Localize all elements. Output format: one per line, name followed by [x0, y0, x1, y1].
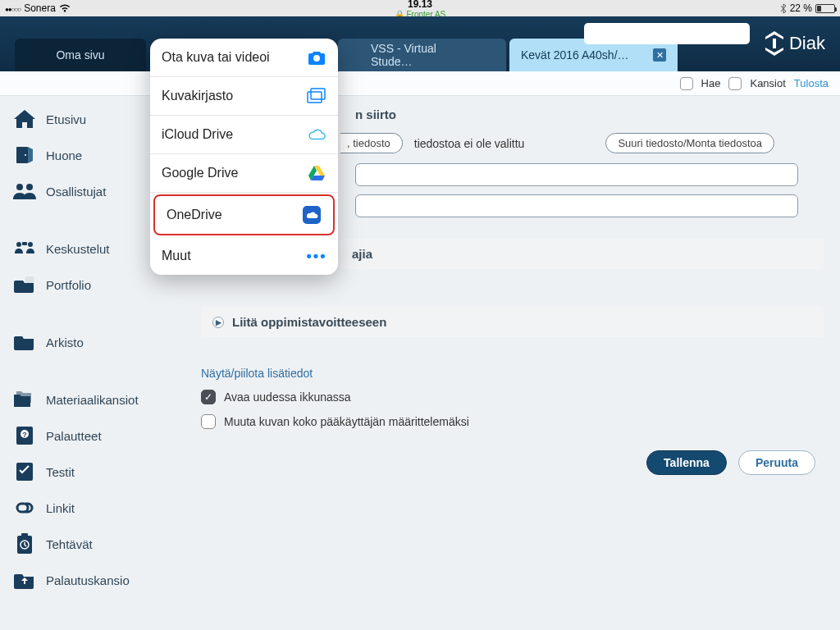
search-label: Hae — [701, 77, 721, 89]
svg-marker-1 — [28, 147, 33, 163]
more-icon: ••• — [307, 247, 326, 265]
sheet-photo-library[interactable]: Kuvakirjasto — [150, 77, 338, 116]
camera-icon — [307, 48, 326, 66]
sheet-more[interactable]: Muut ••• — [150, 237, 338, 275]
svg-point-3 — [16, 184, 23, 190]
top-nav: Oma sivu VSS - Virtual Stude… Kevät 2016… — [0, 16, 840, 71]
tab-own-page[interactable]: Oma sivu — [15, 39, 146, 71]
breadcrumb-bar: entaatio korkeakouluopintoihin Hae Kansi… — [0, 71, 840, 96]
file-source-sheet: Ota kuva tai videoi Kuvakirjasto iCloud … — [150, 39, 338, 275]
sidebar-item-label: Huone — [46, 148, 82, 162]
folders-label: Kansiot — [750, 77, 785, 89]
sidebar-item-return-folder[interactable]: Palautuskansio — [0, 562, 168, 598]
sheet-onedrive[interactable]: OneDrive — [153, 194, 335, 235]
description-input[interactable] — [355, 194, 798, 217]
icloud-icon — [307, 126, 326, 144]
test-icon — [13, 462, 36, 482]
sidebar: Etusivu Huone Osallistujat Keskustelut P… — [0, 96, 168, 630]
portfolio-icon — [13, 275, 36, 294]
clock-label: 19.13 — [395, 0, 446, 10]
sidebar-item-archive[interactable]: Arkisto — [0, 324, 168, 360]
sidebar-item-tasks[interactable]: Tehtävät — [0, 526, 168, 562]
sidebar-item-participants[interactable]: Osallistujat — [0, 173, 168, 209]
sheet-item-label: Muut — [162, 249, 191, 263]
sheet-item-label: Kuvakirjasto — [162, 89, 233, 103]
people-icon — [13, 181, 36, 201]
door-icon — [13, 145, 36, 165]
clipboard-icon — [13, 534, 36, 554]
sidebar-item-label: Materiaalikansiot — [46, 393, 139, 407]
svg-text:?: ? — [22, 431, 27, 439]
diak-logo-icon — [765, 31, 784, 56]
sheet-take-photo[interactable]: Ota kuva tai videoi — [150, 39, 338, 77]
cancel-button[interactable]: Peruuta — [738, 450, 815, 475]
signal-dots-icon: ●●○○○ — [5, 2, 21, 14]
sheet-item-label: OneDrive — [167, 208, 222, 222]
folders-checkbox[interactable] — [728, 77, 742, 90]
sidebar-item-home[interactable]: Etusivu — [0, 101, 168, 137]
sidebar-item-label: Tehtävät — [46, 537, 93, 551]
svg-point-4 — [26, 184, 33, 190]
disclosure-icon[interactable]: ▶ — [212, 317, 224, 328]
transfer-title: n siirto — [355, 107, 824, 121]
sheet-google-drive[interactable]: Google Drive — [150, 154, 338, 193]
battery-pct: 22 % — [790, 2, 812, 14]
svg-rect-15 — [21, 533, 28, 537]
sidebar-item-discussions[interactable]: Keskustelut — [0, 231, 168, 267]
sidebar-item-label: Testit — [46, 465, 75, 479]
save-button[interactable]: Tallenna — [646, 450, 727, 475]
status-bar: ●●○○○ Sonera 19.13 🔒 Fronter AS 22 % — [0, 0, 840, 16]
svg-rect-9 — [25, 276, 34, 283]
breadcrumb-text[interactable]: entaatio korkeakouluopintoihin — [11, 77, 680, 89]
bluetooth-icon — [780, 3, 787, 14]
feedback-icon: ? — [13, 426, 36, 445]
sidebar-item-label: Linkit — [46, 501, 75, 515]
sidebar-item-label: Osallistujat — [46, 185, 106, 199]
close-tab-icon[interactable]: ✕ — [653, 48, 666, 62]
svg-point-5 — [16, 242, 21, 247]
sidebar-item-room[interactable]: Huone — [0, 137, 168, 173]
title-input[interactable] — [355, 163, 798, 186]
tab-label: VSS - Virtual Stude… — [371, 42, 473, 68]
search-checkbox[interactable] — [680, 77, 693, 90]
tab-vss[interactable]: VSS - Virtual Stude… — [338, 39, 506, 71]
link-icon — [13, 498, 36, 518]
big-file-button[interactable]: Suuri tiedosto/Monta tiedostoa — [605, 133, 774, 153]
sidebar-item-materials[interactable]: Materiaalikansiot — [0, 381, 168, 418]
resize-image-label: Muuta kuvan koko pääkäyttäjän määrittele… — [224, 415, 469, 428]
home-icon — [13, 109, 36, 129]
sidebar-item-label: Etusivu — [46, 112, 86, 126]
sidebar-item-label: Palautuskansio — [46, 573, 130, 587]
svg-point-17 — [313, 55, 320, 62]
attach-goal-panel[interactable]: ▶ Liitä oppimistavoitteeseen — [201, 307, 824, 337]
upload-folder-icon — [13, 570, 36, 590]
photo-library-icon — [307, 87, 326, 105]
sidebar-item-tests[interactable]: Testit — [0, 454, 168, 490]
svg-rect-7 — [22, 242, 27, 245]
choose-file-button[interactable]: , tiedosto — [340, 133, 403, 153]
google-drive-icon — [307, 164, 326, 182]
sheet-icloud[interactable]: iCloud Drive — [150, 116, 338, 154]
sheet-item-label: iCloud Drive — [162, 127, 233, 142]
no-file-selected-label: tiedostoa ei ole valittu — [414, 137, 525, 150]
sidebar-item-feedback[interactable]: ? Palautteet — [0, 418, 168, 454]
battery-icon — [815, 4, 835, 13]
folders-icon — [13, 390, 36, 409]
tab-label: Kevät 2016 A40sh/… — [521, 48, 629, 62]
sidebar-item-label: Palautteet — [46, 429, 102, 443]
sheet-item-label: Google Drive — [162, 166, 238, 180]
sidebar-item-label: Keskustelut — [46, 242, 110, 256]
resize-image-checkbox[interactable] — [201, 414, 216, 429]
folder-icon — [13, 332, 36, 352]
global-search-input[interactable] — [584, 23, 750, 44]
svg-rect-13 — [16, 463, 33, 481]
owners-panel[interactable]: ajia — [340, 239, 824, 269]
print-link[interactable]: Tulosta — [794, 77, 829, 89]
sidebar-item-links[interactable]: Linkit — [0, 490, 168, 526]
open-new-window-checkbox[interactable]: ✓ — [201, 390, 216, 404]
toggle-details-link[interactable]: Näytä/piilota lisätiedot — [201, 367, 824, 380]
wifi-icon — [59, 4, 71, 12]
svg-rect-18 — [311, 89, 325, 99]
onedrive-icon — [302, 206, 322, 224]
sidebar-item-portfolio[interactable]: Portfolio — [0, 267, 168, 303]
